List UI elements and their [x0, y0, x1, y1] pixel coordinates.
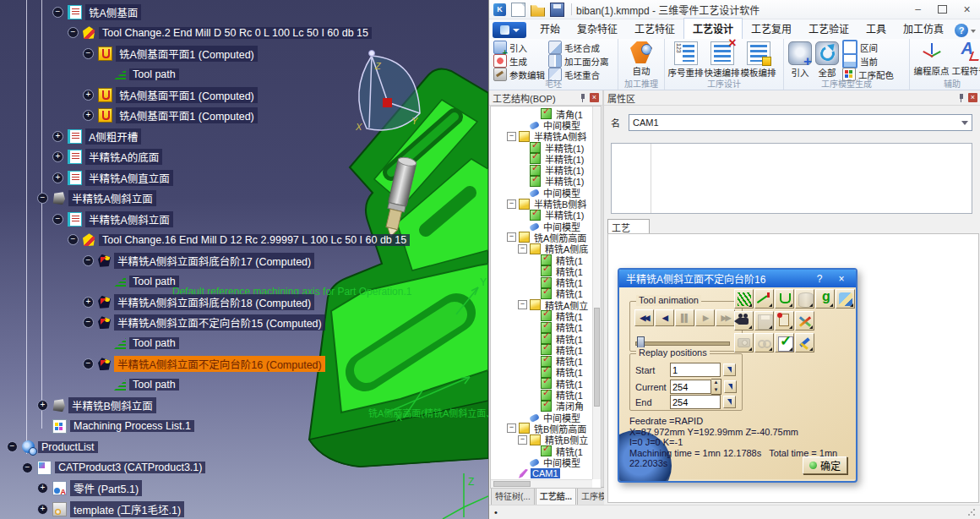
spec-tree-node[interactable]: 半精铣A侧斜立面	[0, 188, 488, 210]
ribbon-big-button[interactable]: 引入	[787, 41, 814, 79]
current-spinner[interactable]: ▲▼	[711, 379, 721, 395]
ribbon-tab[interactable]: 工艺验证	[800, 19, 858, 39]
tree-expander-icon[interactable]	[518, 435, 527, 445]
ribbon-button[interactable]: 当前	[841, 54, 896, 68]
tree-expander-icon[interactable]	[37, 483, 48, 494]
dialog-tool-button[interactable]	[775, 333, 794, 352]
current-input[interactable]	[670, 380, 711, 394]
dialog-tool-button[interactable]	[815, 289, 835, 309]
tree-expander-icon[interactable]	[83, 317, 94, 328]
spec-tree-node[interactable]: 半精铣A的底面	[0, 147, 488, 168]
tree-expander-icon[interactable]	[52, 7, 63, 18]
panel-tab[interactable]: 工艺结...	[536, 487, 576, 505]
minimize-button[interactable]: –	[906, 1, 930, 18]
dialog-tool-button[interactable]	[734, 333, 754, 352]
spec-tree-node[interactable]: Tool path	[0, 271, 488, 292]
ribbon-button[interactable]: 区间	[841, 41, 896, 54]
start-picker-button[interactable]	[723, 363, 736, 376]
spec-tree-node[interactable]: 半精铣A侧斜立面斜底台阶17 (Computed)	[0, 250, 488, 271]
node-label[interactable]: Tool Change.2 End Mill D 50 Rc 0 L 100 L…	[99, 27, 372, 39]
node-label[interactable]: 中间模型	[542, 456, 582, 469]
node-label[interactable]: 半精铣A侧直立面	[85, 170, 173, 186]
dialog-tool-button[interactable]	[775, 289, 794, 309]
tree-expander-icon[interactable]	[37, 193, 48, 204]
spec-tree-node[interactable]: Tool Change.2 End Mill D 50 Rc 0 L 100 L…	[0, 23, 488, 44]
3d-viewport[interactable]: Z X Y Y X Z Default reference machining …	[0, 0, 488, 519]
dialog-tool-button[interactable]	[734, 289, 754, 309]
node-label[interactable]: template (工序1毛坯.1)	[70, 501, 184, 517]
playback-button[interactable]: ▶▶	[716, 309, 735, 326]
spec-tree-node[interactable]: 铣A侧基面平面1 (Computed)	[0, 85, 488, 106]
node-label[interactable]: 半精铣A侧斜立面不定向台阶15 (Computed)	[114, 314, 325, 331]
tree-expander-icon[interactable]	[52, 214, 63, 225]
close-button[interactable]: ×	[955, 1, 979, 18]
spec-tree-node[interactable]: Machining Process List.1	[0, 416, 488, 437]
chevron-down-icon[interactable]	[971, 30, 976, 33]
tree-expander-icon[interactable]	[52, 172, 63, 183]
tree-expander-icon[interactable]	[518, 244, 527, 254]
pin-icon[interactable]	[579, 93, 586, 103]
spec-tree-node[interactable]: ProductList	[0, 437, 488, 458]
dialog-help-button[interactable]: ?	[812, 273, 827, 285]
tree-expander-icon[interactable]	[507, 132, 516, 141]
playback-button[interactable]: ▶	[695, 309, 715, 326]
spec-tree-node[interactable]: template (工序1毛坯.1)	[0, 499, 488, 519]
dialog-tool-button[interactable]	[754, 311, 774, 331]
open-folder-icon[interactable]	[531, 3, 545, 17]
name-combobox[interactable]: CAM1	[629, 114, 972, 131]
ribbon-big-button[interactable]: 快速编排	[704, 41, 740, 79]
ribbon-tab[interactable]: 复杂特征	[569, 19, 626, 39]
dialog-tool-button[interactable]	[836, 289, 855, 309]
dialog-tool-button[interactable]	[734, 311, 754, 331]
tree-expander-icon[interactable]	[83, 90, 94, 101]
spec-tree-node[interactable]: 零件 (Part5.1)	[0, 478, 488, 500]
dialog-tool-button[interactable]	[795, 289, 814, 309]
end-picker-button[interactable]	[723, 396, 736, 408]
dialog-tool-button[interactable]	[775, 311, 794, 331]
spec-tree-node[interactable]: 半精铣A侧斜立面	[0, 209, 488, 230]
node-label[interactable]: 铣A侧基面平面1 (Computed)	[116, 46, 258, 62]
spec-tree-node[interactable]: 铣A侧基面平面1 (Computed)	[0, 43, 488, 64]
playback-button[interactable]: ◀	[655, 309, 674, 326]
node-label[interactable]: Tool Change.16 End Mill D 12 Rc 2.99997 …	[99, 234, 410, 246]
playback-button[interactable]: ▌▌	[675, 309, 694, 326]
tree-expander-icon[interactable]	[68, 27, 79, 38]
app-menu-button[interactable]	[493, 22, 526, 38]
node-label[interactable]: A侧粗开槽	[85, 128, 141, 145]
node-label[interactable]: 铣A侧基面平面1 (Computed)	[116, 87, 258, 103]
horizontal-scrollbar[interactable]	[491, 479, 592, 488]
ribbon-big-button[interactable]: 编程原点	[912, 41, 950, 77]
node-label[interactable]: 半精铣B侧斜立面	[68, 397, 156, 413]
ribbon-big-button[interactable]: 序号重排	[667, 41, 704, 79]
pin-icon[interactable]	[957, 93, 965, 103]
scrollbar-thumb[interactable]	[493, 481, 531, 487]
spec-tree-node[interactable]: 半精铣A侧斜立面不定向台阶16 (Computed)	[0, 354, 488, 375]
tree-expander-icon[interactable]	[83, 358, 94, 369]
ribbon-big-button[interactable]: 模板编排	[740, 41, 776, 79]
dialog-title-bar[interactable]: 半精铣A侧斜立面不定向台阶16 ? ×	[619, 270, 856, 287]
node-label[interactable]: Tool path	[129, 379, 179, 391]
new-document-icon[interactable]	[511, 3, 525, 17]
tree-expander-icon[interactable]	[518, 300, 527, 309]
panel-close-icon[interactable]	[590, 93, 599, 102]
panel-close-icon[interactable]	[968, 93, 977, 102]
spec-tree-node[interactable]: 铣A侧基面	[0, 2, 488, 23]
spec-tree-node[interactable]: Tool path	[0, 64, 488, 85]
node-label[interactable]: 半精铣A侧斜立面	[68, 190, 156, 206]
dialog-tool-button[interactable]	[754, 289, 774, 309]
node-label[interactable]: 半精铣A侧斜立面斜底台阶18 (Computed)	[114, 294, 314, 310]
spec-tree-node[interactable]: 半精铣A侧斜立面不定向台阶15 (Computed)	[0, 313, 488, 334]
bop-tree-node[interactable]: CAM1	[493, 468, 592, 479]
save-icon[interactable]	[550, 3, 564, 17]
tree-expander-icon[interactable]	[83, 110, 94, 121]
chevron-down-icon[interactable]	[961, 121, 968, 125]
sub-panel-tab[interactable]: 工艺	[607, 219, 650, 234]
dialog-tool-button[interactable]	[754, 333, 774, 352]
ribbon-tab[interactable]: 加工仿真	[895, 19, 952, 39]
ribbon-big-button[interactable]: 全部	[814, 41, 841, 79]
playback-button[interactable]: ◀◀	[634, 309, 654, 326]
ribbon-tab[interactable]: 开始	[531, 19, 569, 39]
node-label[interactable]: CATProduct3 (CATProduct3.1)	[55, 462, 205, 473]
tree-expander-icon[interactable]	[507, 232, 516, 242]
node-label[interactable]: 铣A侧基面	[85, 4, 141, 20]
